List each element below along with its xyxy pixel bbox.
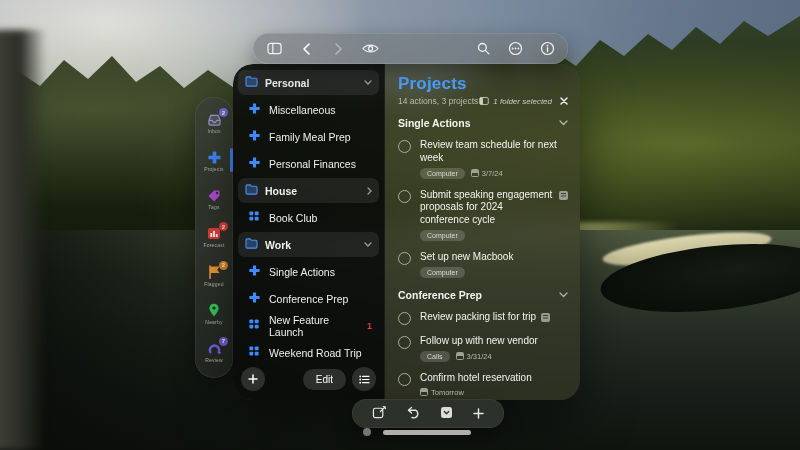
project-grid-icon	[249, 319, 262, 332]
back-icon[interactable]	[297, 40, 315, 58]
checkbox[interactable]	[398, 140, 411, 153]
task-row[interactable]: Confirm hotel reservation Tomorrow	[398, 372, 568, 397]
sidebar-item-personal-finances[interactable]: Personal Finances	[242, 151, 379, 176]
pane-icon	[479, 97, 489, 105]
sidebar-item-label: Single Actions	[269, 266, 335, 278]
task-row[interactable]: Follow up with new vendor Calls 3/31/24	[398, 335, 568, 362]
rail-item-nearby[interactable]: Nearby	[195, 303, 233, 325]
eye-icon[interactable]	[361, 40, 379, 58]
forward-icon[interactable]	[329, 40, 347, 58]
review-icon: 7	[206, 341, 222, 356]
sidebar-item-label: Personal	[265, 77, 309, 89]
info-icon[interactable]	[538, 40, 556, 58]
projects-icon	[206, 150, 222, 165]
sidebar-item-personal[interactable]: Personal	[238, 70, 379, 95]
folder-icon	[245, 76, 258, 89]
sidebar-item-house[interactable]: House	[238, 178, 379, 203]
sidebar-item-new-feature-launch[interactable]: New Feature Launch 1	[242, 313, 379, 338]
summary-text: 14 actions, 3 projects	[398, 96, 478, 106]
section-header[interactable]: Single Actions	[398, 117, 568, 129]
action-list-icon	[249, 103, 262, 116]
sidebar-item-label: New Feature Launch	[269, 314, 360, 338]
close-icon[interactable]	[560, 97, 568, 105]
view-options-button[interactable]	[352, 367, 376, 391]
search-icon[interactable]	[474, 40, 492, 58]
sidebar-panel: Personal Miscellaneous Family Meal Prep …	[233, 64, 385, 400]
forecast-badge: 2	[219, 222, 228, 231]
save-to-inbox-icon[interactable]	[440, 405, 453, 423]
cliff	[0, 30, 46, 450]
tag-pill: Calls	[420, 351, 450, 362]
chevron-down-icon	[364, 242, 372, 247]
calendar-icon	[456, 352, 464, 360]
forecast-icon: 2	[206, 226, 222, 241]
pane-toggle-icon[interactable]	[265, 40, 283, 58]
bottom-toolbar	[352, 399, 504, 428]
due-date: 3/31/24	[456, 352, 492, 361]
sidebar-item-weekend-road-trip[interactable]: Weekend Road Trip	[242, 340, 379, 365]
add-action-icon[interactable]	[473, 405, 484, 423]
action-list-icon	[249, 265, 262, 278]
chevron-down-icon	[364, 80, 372, 85]
tag-icon	[206, 188, 222, 203]
chevron-down-icon	[559, 120, 568, 126]
sidebar-item-label: Family Meal Prep	[269, 131, 351, 143]
sidebar-footer: Edit	[233, 367, 384, 400]
rail-item-review[interactable]: 7 Review	[195, 341, 233, 363]
review-badge: 7	[219, 337, 228, 346]
rail-item-flagged[interactable]: 2 Flagged	[195, 265, 233, 287]
checkbox[interactable]	[398, 373, 411, 386]
due-date: Tomorrow	[420, 388, 464, 397]
sidebar-item-work[interactable]: Work	[238, 232, 379, 257]
overdue-count: 1	[367, 321, 372, 331]
page-title: Projects	[398, 74, 568, 94]
undo-icon[interactable]	[407, 405, 421, 423]
add-button[interactable]	[241, 367, 265, 391]
due-date: 3/7/24	[471, 169, 503, 178]
task-row[interactable]: Review packing list for trip	[398, 311, 568, 325]
inbox-icon: 2	[206, 112, 222, 127]
sidebar-item-label: Miscellaneous	[269, 104, 336, 116]
chevron-down-icon	[559, 292, 568, 298]
action-list-icon	[249, 157, 262, 170]
flag-icon: 2	[206, 265, 222, 280]
project-grid-icon	[249, 346, 262, 359]
window-drag-bar[interactable]	[383, 430, 471, 435]
checkbox[interactable]	[398, 190, 411, 203]
window-controls	[363, 428, 471, 436]
list-icon	[359, 375, 370, 384]
action-list-icon	[249, 292, 262, 305]
sidebar-item-book-club[interactable]: Book Club	[242, 205, 379, 230]
sidebar-item-miscellaneous[interactable]: Miscellaneous	[242, 97, 379, 122]
sidebar-item-conference-prep[interactable]: Conference Prep	[242, 286, 379, 311]
map-pin-icon	[206, 303, 222, 318]
section-header[interactable]: Conference Prep	[398, 289, 568, 301]
folder-icon	[245, 238, 258, 251]
rail-item-tags[interactable]: Tags	[195, 188, 233, 210]
edit-button[interactable]: Edit	[303, 369, 346, 390]
checkbox[interactable]	[398, 336, 411, 349]
action-list-icon	[249, 130, 262, 143]
calendar-icon	[471, 169, 479, 177]
sidebar-item-family-meal-prep[interactable]: Family Meal Prep	[242, 124, 379, 149]
clean-up-icon[interactable]	[372, 405, 387, 423]
rail-item-forecast[interactable]: 2 Forecast	[195, 226, 233, 248]
task-row[interactable]: Review team schedule for next week Compu…	[398, 139, 568, 179]
note-icon	[559, 191, 568, 200]
task-row[interactable]: Set up new Macbook Computer	[398, 251, 568, 278]
sidebar-item-single-actions[interactable]: Single Actions	[242, 259, 379, 284]
sidebar-item-label: House	[265, 185, 297, 197]
project-grid-icon	[249, 211, 262, 224]
checkbox[interactable]	[398, 312, 411, 325]
checkbox[interactable]	[398, 252, 411, 265]
flagged-badge: 2	[219, 261, 228, 270]
tag-pill: Computer	[420, 168, 465, 179]
selection-chip: 1 folder selected	[479, 97, 568, 106]
rail-item-projects[interactable]: Projects	[195, 150, 233, 172]
more-icon[interactable]	[506, 40, 524, 58]
task-row[interactable]: Submit speaking engagement proposals for…	[398, 189, 568, 241]
rail-item-inbox[interactable]: 2 Inbox	[195, 112, 233, 134]
inbox-badge: 2	[219, 108, 228, 117]
selection-label: 1 folder selected	[493, 97, 552, 106]
window-close-button[interactable]	[363, 428, 371, 436]
